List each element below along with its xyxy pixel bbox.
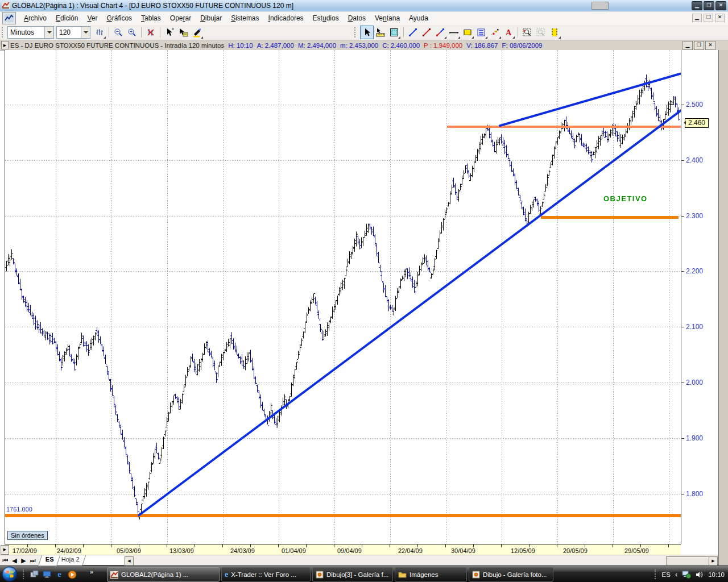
menu-item-datos[interactable]: Datos	[344, 13, 370, 24]
internet-explorer-icon[interactable]: e	[55, 569, 64, 579]
vband-tool-button[interactable]	[548, 26, 561, 39]
restore-button[interactable]: ❐	[704, 1, 714, 10]
tab-last-button[interactable]: ⏭	[28, 556, 37, 565]
measure-tool-button[interactable]	[374, 26, 387, 39]
chart-close-button[interactable]: ✕	[705, 41, 715, 50]
price-axis[interactable]: 2.460 2.5002.4002.3002.2002.1002.0001.90…	[681, 50, 718, 544]
bars-hide-tool-button[interactable]	[144, 26, 158, 39]
rect-tool-button[interactable]	[461, 26, 474, 39]
interval-unit-select[interactable]: Minutos	[7, 26, 54, 39]
zoom-area-tool-button[interactable]	[520, 26, 534, 39]
chart-minimize-button[interactable]: ▁	[682, 41, 693, 50]
date-tick-label: 20/05/09	[563, 547, 588, 554]
language-indicator[interactable]: ES	[662, 571, 671, 578]
chevron-down-icon[interactable]	[44, 27, 53, 38]
menu-item-operar[interactable]: Operar	[166, 13, 196, 24]
hline-tool-button[interactable]	[447, 26, 461, 39]
price-tick-label: 2.300	[686, 212, 703, 220]
interval-value-select[interactable]: 120	[56, 26, 90, 39]
zoom-area-off-tool-button[interactable]	[534, 26, 548, 39]
hscroll-left-button[interactable]: ◀	[125, 556, 134, 566]
menu-item-ayuda[interactable]: Ayuda	[404, 13, 433, 24]
network-icon[interactable]	[682, 571, 691, 579]
hscroll-thumb[interactable]	[666, 556, 709, 566]
tab-next-button[interactable]: ▶	[19, 556, 28, 565]
marker-tool-button[interactable]	[190, 26, 204, 39]
date-tick-label: 30/04/09	[451, 547, 475, 554]
mdi-close-button[interactable]: ✕	[715, 14, 725, 22]
date-tick-label: 09/04/09	[337, 547, 362, 554]
chart-maximize-button[interactable]: ❐	[694, 41, 704, 50]
taskbar-button-dibujo-3-galer-a-f[interactable]: Dibujo[3] - Galería f...	[312, 567, 393, 582]
menu-item-gráficos[interactable]: Gráficos	[102, 13, 136, 24]
title-bar[interactable]: GLOBAL2(Página 1) : Visual Chart 4 - [DJ…	[0, 0, 728, 11]
app-icon	[2, 2, 10, 9]
media-player-icon[interactable]	[67, 569, 77, 579]
language-bar[interactable]	[592, 2, 609, 10]
toolbar-separator	[518, 27, 518, 38]
taskbar-clock[interactable]: 10:10	[708, 571, 725, 578]
mdi-minimize-button[interactable]: ▁	[692, 14, 702, 22]
semiline-tool-button[interactable]	[433, 26, 447, 39]
tab-prev-button[interactable]: ◀	[10, 556, 19, 565]
date-tick-label: 05/03/09	[117, 547, 141, 554]
close-button[interactable]: ✕	[715, 1, 726, 10]
date-tick-label: 13/03/09	[169, 547, 194, 554]
minimize-button[interactable]: ▁	[692, 1, 702, 10]
quicklaunch-overflow-chevron[interactable]: »	[90, 568, 93, 575]
volume-icon[interactable]	[696, 571, 704, 579]
price-tick-label: 2.400	[686, 156, 703, 164]
price-chart-canvas[interactable]	[5, 50, 681, 544]
menu-item-dibujar[interactable]: Dibujar	[196, 13, 226, 24]
menu-item-ver[interactable]: Ver	[82, 13, 102, 24]
taskbar-button-global2-p-gina-1[interactable]: GLOBAL2(Página 1) ...	[107, 567, 220, 582]
menu-item-edición[interactable]: Edición	[51, 13, 82, 24]
pointer-lines-tool-button[interactable]	[163, 26, 176, 39]
line-blue-tool-button[interactable]	[406, 26, 420, 39]
zoom-in-tool-button[interactable]	[125, 26, 139, 39]
no-orders-badge[interactable]: Sin órdenes	[7, 531, 48, 540]
mdi-restore-button[interactable]: ❐	[704, 14, 713, 22]
snap-tool-button[interactable]	[387, 26, 401, 39]
interval-value-value: 120	[57, 28, 81, 36]
bar-style-tool-button[interactable]	[93, 26, 106, 39]
switch-windows-icon[interactable]	[30, 569, 39, 579]
tray-grip	[655, 569, 657, 579]
tab-first-button[interactable]: ⏮	[1, 556, 10, 565]
menu-item-estudios[interactable]: Estudios	[308, 13, 344, 24]
menu-item-sistemas[interactable]: Sistemas	[226, 13, 263, 24]
hscroll-right-button[interactable]: ▶	[709, 556, 718, 566]
menu-items: ArchivoEdiciónVerGráficosTablasOperarDib…	[19, 13, 433, 24]
taskbar-button-dibujo-galer-a-foto[interactable]: Dibujo - Galería foto...	[469, 567, 553, 582]
taskbar-button-x-trader-ver-foro[interactable]: eX-Trader :: Ver Foro ...	[221, 567, 311, 582]
price-tick-label: 2.100	[686, 323, 703, 331]
date-tick	[501, 544, 502, 547]
date-axis[interactable]: ▶ 17/02/0924/02/0905/03/0913/03/0924/03/…	[5, 544, 681, 555]
text-block-tool-button[interactable]	[474, 26, 488, 39]
tray-collapse-chevron[interactable]: ‹	[675, 570, 677, 579]
menu-item-indicadores[interactable]: Indicadores	[264, 13, 308, 24]
axis-expand-button[interactable]: ▶	[1, 545, 9, 555]
pointer-note-tool-button[interactable]	[176, 26, 190, 39]
cursor-tool-button[interactable]	[360, 26, 374, 39]
taskbar-button-im-genes[interactable]: Imágenes	[395, 567, 467, 582]
taskbar-button-label: Imágenes	[410, 571, 442, 578]
window-title: GLOBAL2(Página 1) : Visual Chart 4 - [DJ…	[12, 2, 293, 10]
text-a-tool-button[interactable]: A	[502, 26, 515, 39]
expand-arrow-icon[interactable]: ▶	[1, 41, 9, 49]
menu-item-tablas[interactable]: Tablas	[136, 13, 166, 24]
visual-chart-application: GLOBAL2(Página 1) : Visual Chart 4 - [DJ…	[0, 0, 728, 582]
sheet-tab-es[interactable]: ES	[38, 555, 60, 566]
menu-item-archivo[interactable]: Archivo	[19, 13, 51, 24]
menu-item-ventana[interactable]: Ventana	[370, 13, 404, 24]
objetivo-annotation[interactable]: OBJETIVO	[603, 194, 648, 203]
zoom-out-tool-button[interactable]	[111, 26, 125, 39]
show-desktop-icon[interactable]	[42, 569, 52, 579]
scatter-tool-button[interactable]	[488, 26, 502, 39]
toolbar-grip	[2, 27, 5, 38]
chevron-down-icon[interactable]	[81, 27, 90, 38]
chart-plot-area[interactable]: 1761.000 OBJETIVO Sin órdenes	[5, 50, 681, 544]
chart-menu-icon[interactable]	[2, 12, 16, 24]
line-red-tool-button[interactable]	[420, 26, 433, 39]
start-button[interactable]	[2, 566, 18, 582]
